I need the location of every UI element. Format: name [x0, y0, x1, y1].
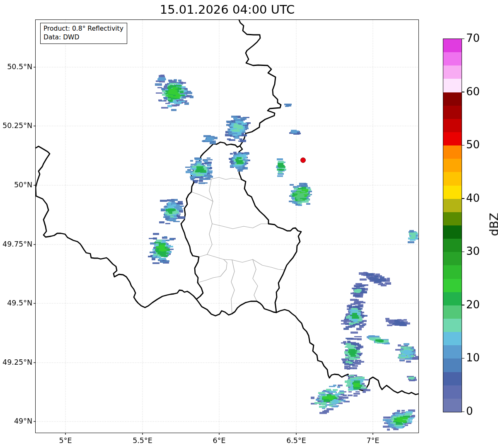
radar-figure: 15.01.2026 04:00 UTC Product: 0.8° Refle…	[0, 0, 498, 448]
colorbar-tick-label: 50	[466, 138, 480, 151]
colorbar-tick-label: 70	[466, 32, 480, 44]
colorbar-segment	[443, 92, 462, 106]
colorbar-segment	[443, 252, 462, 265]
y-tick-label: 49°N	[0, 417, 32, 425]
colorbar	[443, 39, 462, 412]
colorbar-tickmark	[462, 39, 464, 39]
figure-title: 15.01.2026 04:00 UTC	[36, 2, 419, 17]
y-tick-label: 49.75°N	[0, 240, 32, 248]
colorbar-segment	[443, 172, 462, 185]
colorbar-segment	[443, 372, 462, 385]
colorbar-segment	[443, 145, 462, 159]
colorbar-tick-label: 30	[466, 245, 480, 257]
x-tick-label: 6°E	[201, 436, 238, 445]
colorbar-tick-label: 10	[466, 351, 480, 364]
colorbar-segment	[443, 132, 462, 145]
colorbar-segment	[443, 345, 462, 358]
colorbar-segment	[443, 292, 462, 305]
location-marker-dot	[300, 157, 306, 163]
y-tick-label: 49.5°N	[0, 299, 32, 307]
radar-map-canvas	[0, 0, 498, 448]
colorbar-tickmark	[462, 92, 464, 92]
colorbar-segment	[443, 399, 462, 412]
colorbar-segment	[443, 65, 462, 79]
product-info-box: Product: 0.8° Reflectivity Data: DWD	[40, 23, 127, 44]
colorbar-segment	[443, 279, 462, 292]
colorbar-segment	[443, 265, 462, 278]
y-tick-label: 50.25°N	[0, 121, 32, 130]
colorbar-segment	[443, 199, 462, 212]
y-tick-label: 49.25°N	[0, 358, 32, 366]
x-tick-label: 5°E	[47, 436, 84, 445]
colorbar-axis-label: dBZ	[488, 213, 498, 236]
colorbar-segment	[443, 212, 462, 225]
colorbar-tick-label: 20	[466, 298, 480, 311]
colorbar-tickmark	[462, 305, 464, 305]
colorbar-tick-label: 0	[466, 405, 473, 417]
colorbar-tickmark	[462, 412, 464, 412]
colorbar-tickmark	[462, 252, 464, 252]
colorbar-segment	[443, 52, 462, 65]
colorbar-segment	[443, 239, 462, 252]
colorbar-tick-label: 40	[466, 192, 480, 204]
x-tick-label: 6.5°E	[278, 436, 315, 445]
colorbar-tickmark	[462, 198, 464, 199]
colorbar-segment	[443, 225, 462, 239]
colorbar-segment	[443, 186, 462, 199]
y-tick-label: 50.5°N	[0, 63, 32, 71]
colorbar-tickmark	[462, 358, 464, 359]
y-tick-label: 50°N	[0, 181, 32, 189]
colorbar-segment	[443, 332, 462, 345]
colorbar-segment	[443, 385, 462, 399]
colorbar-tick-label: 60	[466, 85, 480, 98]
colorbar-segment	[443, 39, 462, 52]
x-tick-label: 5.5°E	[124, 436, 161, 445]
colorbar-tickmark	[462, 145, 464, 146]
colorbar-segment	[443, 79, 462, 92]
colorbar-segment	[443, 159, 462, 172]
product-line: Product: 0.8° Reflectivity	[44, 24, 123, 33]
colorbar-segment	[443, 119, 462, 132]
colorbar-segment	[443, 319, 462, 332]
colorbar-segment	[443, 305, 462, 319]
x-tick-label: 7°E	[354, 436, 392, 445]
colorbar-segment	[443, 358, 462, 372]
data-source-line: Data: DWD	[44, 33, 123, 42]
colorbar-segment	[443, 106, 462, 119]
